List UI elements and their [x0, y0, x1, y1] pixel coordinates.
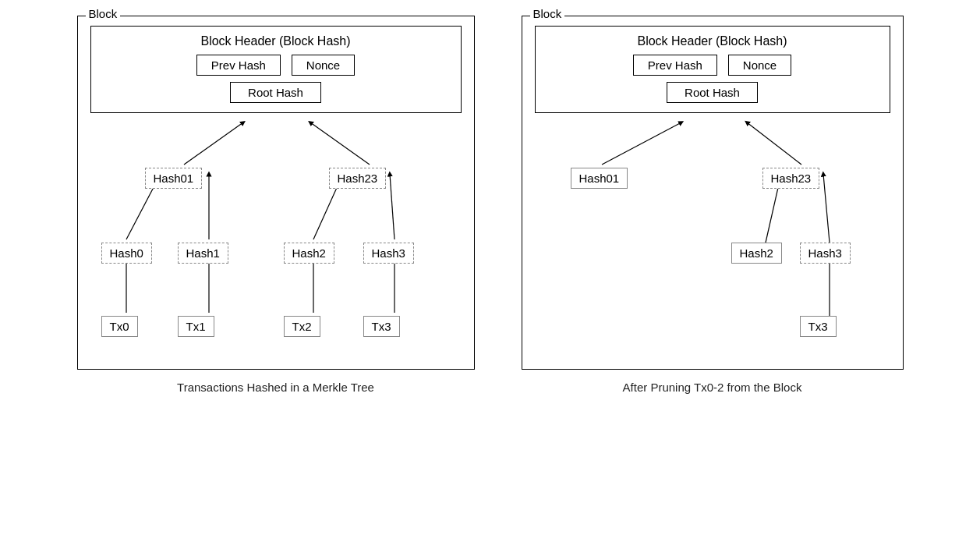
svg-line-10	[602, 122, 681, 165]
right-header-row: Prev Hash Nonce	[548, 55, 877, 76]
left-hash0: Hash0	[101, 243, 152, 264]
left-nonce: Nonce	[292, 55, 355, 76]
left-tx1: Tx1	[178, 316, 214, 337]
right-header-title: Block Header (Block Hash)	[548, 34, 877, 48]
right-tx3: Tx3	[800, 316, 837, 337]
left-arrows-svg	[90, 119, 463, 353]
left-tx0: Tx0	[101, 316, 138, 337]
left-diagram: Block Block Header (Block Hash) Prev Has…	[77, 16, 475, 394]
left-hash23: Hash23	[329, 168, 387, 189]
svg-line-1	[310, 122, 370, 165]
left-block-outer: Block Block Header (Block Hash) Prev Has…	[77, 16, 475, 370]
left-hash2: Hash2	[284, 243, 334, 264]
left-header-row: Prev Hash Nonce	[104, 55, 448, 76]
right-nonce: Nonce	[728, 55, 791, 76]
svg-line-0	[184, 122, 243, 165]
left-tx3: Tx3	[363, 316, 400, 337]
left-tx2: Tx2	[284, 316, 320, 337]
left-block-header: Block Header (Block Hash) Prev Hash Nonc…	[90, 26, 462, 113]
diagrams-row: Block Block Header (Block Hash) Prev Has…	[16, 16, 964, 394]
left-tree-area: Hash01 Hash23 Hash0 Hash1 Hash2 Hash3 Tx…	[90, 119, 463, 353]
right-hash01: Hash01	[571, 168, 628, 189]
right-arrows-svg	[535, 119, 893, 353]
right-caption: After Pruning Tx0-2 from the Block	[623, 381, 802, 394]
right-hash23: Hash23	[762, 168, 820, 189]
right-block-outer: Block Block Header (Block Hash) Prev Has…	[522, 16, 904, 370]
left-hash1: Hash1	[178, 243, 228, 264]
right-hash2: Hash2	[731, 243, 782, 264]
svg-line-11	[747, 122, 801, 165]
right-block-label: Block	[530, 7, 565, 20]
left-block-label: Block	[86, 7, 121, 20]
left-hash01: Hash01	[145, 168, 203, 189]
left-root-hash: Root Hash	[230, 82, 321, 103]
left-header-title: Block Header (Block Hash)	[104, 34, 448, 48]
left-prev-hash: Prev Hash	[196, 55, 281, 76]
svg-line-13	[823, 174, 830, 243]
right-diagram: Block Block Header (Block Hash) Prev Has…	[522, 16, 904, 394]
svg-line-5	[390, 174, 394, 239]
right-block-header: Block Header (Block Hash) Prev Hash Nonc…	[535, 26, 890, 113]
left-hash3: Hash3	[363, 243, 414, 264]
left-caption: Transactions Hashed in a Merkle Tree	[177, 381, 374, 394]
right-tree-area: Hash01 Hash23 Hash2 Hash3 Tx3	[535, 119, 893, 353]
right-root-hash: Root Hash	[667, 82, 758, 103]
right-prev-hash: Prev Hash	[633, 55, 717, 76]
right-hash3: Hash3	[800, 243, 851, 264]
